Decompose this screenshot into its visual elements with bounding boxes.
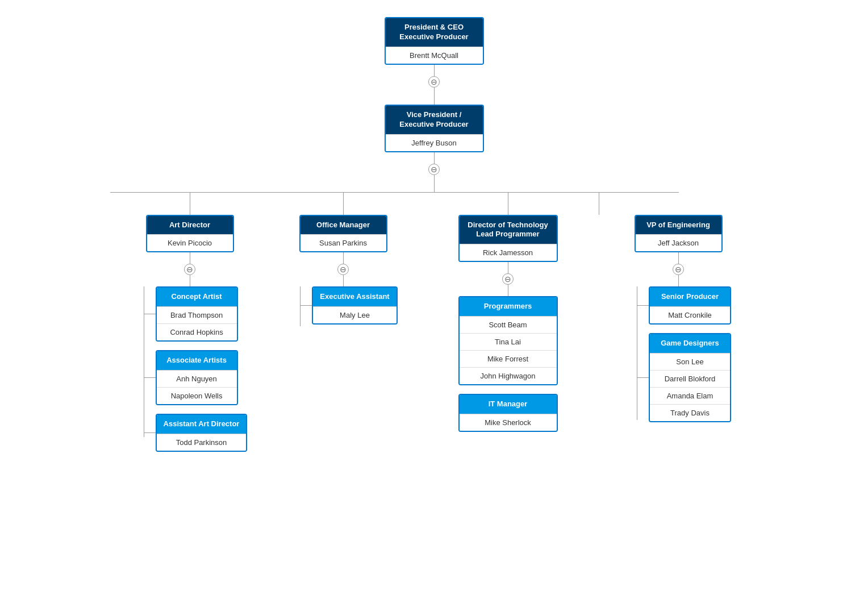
senior-prod-title: Senior Producer — [650, 288, 730, 306]
vp-eng-center: VP of Engineering Jeff Jackson ⊖ — [635, 215, 723, 287]
concept-row: Concept Artist Brad Thompson Conrad Hopk… — [144, 286, 248, 342]
concept-h-line — [144, 314, 156, 314]
asst-art-dir-node: Assistant Art Director Todd Parkinson — [156, 414, 248, 452]
vp-eng-area: VP of Engineering Jeff Jackson ⊖ — [599, 215, 758, 287]
ceo-line-down2 — [434, 88, 435, 105]
office-mgr-title: Office Manager — [301, 216, 386, 235]
art-children-area: Concept Artist Brad Thompson Conrad Hopk… — [132, 286, 248, 452]
game-designers-node: Game Designers Son Lee Darrell Blokford … — [649, 333, 731, 422]
tech-dir-col: Director of Technology Lead Programmer R… — [417, 192, 599, 432]
tech-dir-collapse[interactable]: ⊖ — [502, 273, 514, 285]
exec-asst-h-line — [301, 305, 312, 306]
office-top-conn — [343, 192, 344, 215]
game-designers-title: Game Designers — [650, 334, 730, 353]
vp-exec-collapse[interactable]: ⊖ — [428, 164, 440, 175]
art-dir-name: Kevin Picocio — [147, 234, 233, 251]
ceo-branch: President & CEO Executive Producer Brent… — [385, 17, 484, 105]
ceo-line-down — [434, 65, 435, 76]
art-v-drop — [190, 192, 190, 215]
programmers-node: Programmers Scott Beam Tina Lai Mike For… — [458, 296, 558, 385]
ceo-collapse[interactable]: ⊖ — [428, 76, 440, 88]
ceo-node: President & CEO Executive Producer Brent… — [385, 17, 484, 65]
office-mgr-collapse[interactable]: ⊖ — [337, 264, 349, 275]
art-child-nodes: Concept Artist Brad Thompson Conrad Hopk… — [144, 286, 248, 452]
assoc-artists-title: Associate Artists — [157, 351, 237, 370]
asst-art-row: Assistant Art Director Todd Parkinson — [144, 414, 248, 452]
org-chart: President & CEO Executive Producer Brent… — [0, 0, 868, 469]
office-mgr-line-down — [343, 252, 344, 264]
art-dir-title: Art Director — [147, 216, 233, 235]
asst-art-dir-name1: Todd Parkinson — [157, 434, 247, 451]
game-designers-h-line — [637, 377, 649, 378]
office-v-drop — [343, 192, 344, 215]
office-mgr-col: Office Manager Susan Parkins ⊖ E — [269, 192, 417, 327]
office-left-spine — [289, 286, 301, 326]
assoc-row: Associate Artists Anh Nguyen Napoleon We… — [144, 350, 248, 405]
exec-asst-node: Executive Assistant Maly Lee — [312, 286, 397, 325]
vp-exec-node: Vice President / Executive Producer Jeff… — [385, 105, 484, 152]
art-dir-line-down2 — [190, 275, 190, 286]
game-designers-name4: Trady Davis — [650, 404, 730, 421]
tech-dir-name: Rick Jamesson — [460, 244, 557, 261]
vp-exec-name: Jeffrey Buson — [386, 134, 483, 151]
tech-v-drop — [508, 192, 508, 215]
programmer-name4: John Highwagon — [460, 367, 557, 384]
vp-eng-collapse[interactable]: ⊖ — [673, 264, 684, 275]
tech-dir-title: Director of Technology Lead Programmer — [460, 216, 557, 244]
vp-eng-v-drop — [599, 192, 599, 215]
art-dir-collapse[interactable]: ⊖ — [184, 264, 195, 275]
it-mgr-title: IT Manager — [460, 395, 557, 414]
programmers-title: Programmers — [460, 297, 557, 316]
assoc-artists-name2: Napoleon Wells — [157, 387, 237, 404]
senior-prod-name1: Matt Cronkile — [650, 306, 730, 323]
concept-artist-name1: Brad Thompson — [157, 306, 237, 323]
tech-dir-node: Director of Technology Lead Programmer R… — [458, 215, 558, 263]
programmer-name1: Scott Beam — [460, 316, 557, 333]
vp-eng-h-right — [599, 192, 679, 193]
asst-art-dir-title: Assistant Art Director — [157, 415, 247, 434]
game-designers-row: Game Designers Son Lee Darrell Blokford … — [637, 333, 731, 422]
ceo-title: President & CEO Executive Producer — [386, 18, 483, 47]
concept-artist-title: Concept Artist — [157, 288, 237, 306]
office-mgr-node: Office Manager Susan Parkins — [299, 215, 387, 253]
office-child-nodes: Executive Assistant Maly Lee — [301, 286, 397, 325]
senior-prod-h-line — [637, 305, 649, 306]
vp-eng-col: VP of Engineering Jeff Jackson ⊖ — [599, 192, 758, 423]
art-dir-area: Art Director Kevin Picocio ⊖ — [110, 215, 269, 287]
assoc-artists-name1: Anh Nguyen — [157, 370, 237, 387]
office-mgr-line-down2 — [343, 275, 344, 286]
art-h-right — [110, 192, 190, 193]
vp-eng-line-down2 — [678, 275, 679, 286]
concept-artist-name2: Conrad Hopkins — [157, 323, 237, 340]
vp-eng-name: Jeff Jackson — [636, 234, 721, 251]
vp-eng-line-down — [678, 252, 679, 264]
assoc-h-line — [144, 377, 156, 378]
concept-artist-node: Concept Artist Brad Thompson Conrad Hopk… — [156, 286, 238, 342]
vp-eng-children-area: Senior Producer Matt Cronkile Game Desig… — [625, 286, 731, 422]
tech-dir-line-down2 — [508, 285, 508, 296]
game-designers-name3: Amanda Elam — [650, 387, 730, 404]
exec-asst-title: Executive Assistant — [313, 288, 396, 306]
art-dir-line-down — [190, 252, 190, 264]
art-left-spine — [132, 286, 144, 437]
game-designers-name2: Darrell Blokford — [650, 370, 730, 387]
office-mgr-name: Susan Parkins — [301, 234, 386, 251]
art-dir-node: Art Director Kevin Picocio — [146, 215, 234, 253]
exec-asst-row: Executive Assistant Maly Lee — [301, 286, 397, 325]
vp-exec-title: Vice President / Executive Producer — [386, 106, 483, 134]
vp-eng-child-nodes: Senior Producer Matt Cronkile Game Desig… — [637, 286, 731, 422]
art-top-conn — [110, 192, 269, 215]
vp-exec-line-down — [434, 152, 435, 164]
vp-exec-branch: Vice President / Executive Producer Jeff… — [385, 105, 484, 192]
programmer-name2: Tina Lai — [460, 333, 557, 350]
game-designers-name1: Son Lee — [650, 353, 730, 370]
vp-eng-top-conn — [599, 192, 758, 215]
it-mgr-name1: Mike Sherlock — [460, 414, 557, 431]
senior-prod-row: Senior Producer Matt Cronkile — [637, 286, 731, 325]
four-cols: Art Director Kevin Picocio ⊖ — [110, 192, 758, 452]
main-connector: Art Director Kevin Picocio ⊖ — [11, 192, 857, 452]
tech-children-area: Programmers Scott Beam Tina Lai Mike For… — [458, 296, 558, 432]
vp-exec-line-down2 — [434, 175, 435, 192]
art-dir-center: Art Director Kevin Picocio ⊖ — [146, 215, 234, 287]
senior-prod-node: Senior Producer Matt Cronkile — [649, 286, 731, 325]
